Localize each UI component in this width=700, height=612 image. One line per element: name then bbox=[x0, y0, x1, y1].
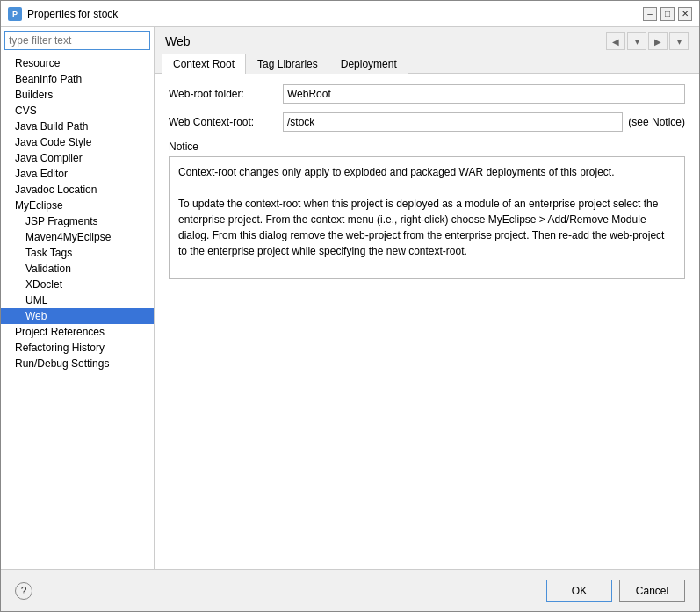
tab-context-root[interactable]: Context Root bbox=[162, 54, 246, 74]
nav-dropdown-button[interactable]: ▾ bbox=[627, 32, 646, 50]
ok-button[interactable]: OK bbox=[546, 580, 612, 602]
web-root-label: Web-root folder: bbox=[169, 88, 283, 100]
app-icon: P bbox=[8, 7, 22, 21]
tab-tag-libraries[interactable]: Tag Libraries bbox=[246, 54, 329, 74]
sidebar-item-java-build-path[interactable]: Java Build Path bbox=[1, 119, 154, 134]
web-context-row: Web Context-root: (see Notice) bbox=[169, 112, 685, 132]
title-bar: P Properties for stock – □ ✕ bbox=[1, 1, 699, 27]
tab-bar: Context RootTag LibrariesDeployment bbox=[155, 54, 699, 74]
panel-title: Web bbox=[165, 34, 191, 48]
notice-section: Notice Context-root changes only apply t… bbox=[169, 140, 685, 279]
help-button[interactable]: ? bbox=[15, 582, 32, 600]
sidebar-item-java-code-style[interactable]: Java Code Style bbox=[1, 134, 154, 150]
dialog-window: P Properties for stock – □ ✕ ResourceBea… bbox=[0, 0, 700, 612]
bottom-buttons: OK Cancel bbox=[546, 580, 685, 602]
sidebar-item-java-compiler[interactable]: Java Compiler bbox=[1, 150, 154, 166]
sidebar-tree: ResourceBeanInfo PathBuildersCVSJava Bui… bbox=[1, 54, 154, 569]
bottom-bar: ? OK Cancel bbox=[1, 569, 699, 611]
nav-forward-button[interactable]: ▶ bbox=[648, 32, 668, 50]
notice-label: Notice bbox=[169, 140, 685, 153]
title-bar-controls: – □ ✕ bbox=[643, 7, 692, 21]
title-bar-title: Properties for stock bbox=[27, 8, 643, 20]
sidebar-item-java-editor[interactable]: Java Editor bbox=[1, 166, 154, 182]
sidebar-item-myeclipse[interactable]: MyEclipse bbox=[1, 198, 154, 213]
sidebar-item-maven4myeclipse[interactable]: Maven4MyEclipse bbox=[1, 229, 154, 245]
see-notice-text: (see Notice) bbox=[628, 116, 685, 128]
sidebar-item-validation[interactable]: Validation bbox=[1, 261, 154, 277]
sidebar-item-resource[interactable]: Resource bbox=[1, 55, 154, 71]
web-context-label: Web Context-root: bbox=[169, 116, 283, 128]
sidebar-item-beaninfo-path[interactable]: BeanInfo Path bbox=[1, 71, 154, 87]
sidebar-item-javadoc-location[interactable]: Javadoc Location bbox=[1, 182, 154, 198]
maximize-button[interactable]: □ bbox=[660, 7, 675, 21]
right-panel: Web ◀ ▾ ▶ ▾ Context RootTag LibrariesDep… bbox=[155, 27, 699, 569]
panel-header: Web ◀ ▾ ▶ ▾ bbox=[155, 27, 699, 54]
sidebar-item-refactoring-history[interactable]: Refactoring History bbox=[1, 340, 154, 356]
cancel-button[interactable]: Cancel bbox=[619, 580, 685, 602]
main-content: ResourceBeanInfo PathBuildersCVSJava Bui… bbox=[1, 27, 699, 569]
sidebar-item-builders[interactable]: Builders bbox=[1, 87, 154, 103]
sidebar-item-project-references[interactable]: Project References bbox=[1, 324, 154, 340]
nav-arrows: ◀ ▾ ▶ ▾ bbox=[606, 32, 689, 50]
sidebar: ResourceBeanInfo PathBuildersCVSJava Bui… bbox=[1, 27, 155, 569]
web-root-input[interactable] bbox=[283, 84, 685, 104]
sidebar-item-cvs[interactable]: CVS bbox=[1, 103, 154, 119]
minimize-button[interactable]: – bbox=[643, 7, 657, 21]
sidebar-item-web[interactable]: Web bbox=[1, 308, 154, 324]
sidebar-item-run-debug-settings[interactable]: Run/Debug Settings bbox=[1, 356, 154, 371]
sidebar-item-xdoclet[interactable]: XDoclet bbox=[1, 277, 154, 292]
nav-forward-dropdown-button[interactable]: ▾ bbox=[669, 32, 689, 50]
notice-box: Context-root changes only apply to explo… bbox=[169, 156, 685, 279]
notice-text: Context-root changes only apply to explo… bbox=[178, 166, 664, 257]
sidebar-item-jsp-fragments[interactable]: JSP Fragments bbox=[1, 213, 154, 229]
nav-back-button[interactable]: ◀ bbox=[606, 32, 625, 50]
tab-deployment[interactable]: Deployment bbox=[329, 54, 408, 74]
filter-input[interactable] bbox=[4, 31, 150, 50]
sidebar-item-uml[interactable]: UML bbox=[1, 292, 154, 308]
form-area: Web-root folder: Web Context-root: (see … bbox=[155, 74, 699, 569]
web-root-row: Web-root folder: bbox=[169, 84, 685, 104]
close-button[interactable]: ✕ bbox=[678, 7, 692, 21]
web-context-input[interactable] bbox=[283, 112, 623, 132]
sidebar-item-task-tags[interactable]: Task Tags bbox=[1, 245, 154, 261]
